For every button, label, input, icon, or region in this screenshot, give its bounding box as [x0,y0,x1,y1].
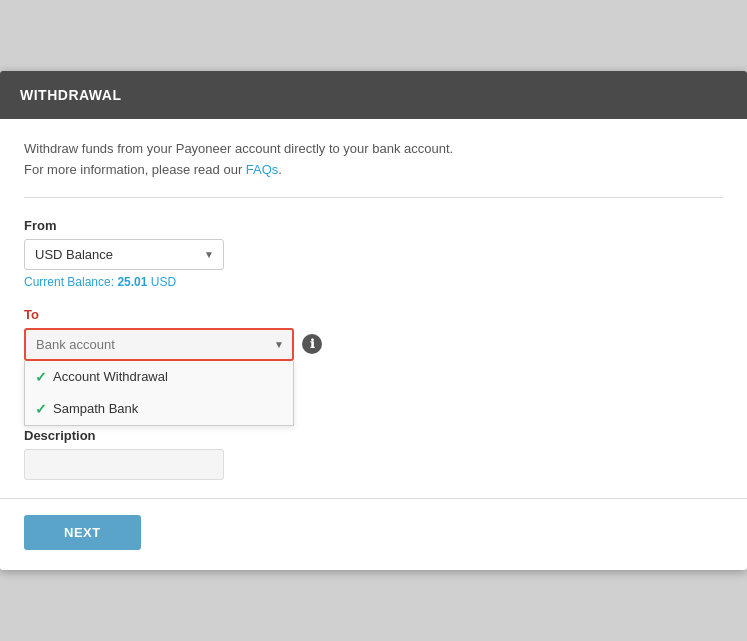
modal-title: WITHDRAWAL [20,87,121,103]
description-group: Description [24,428,723,480]
info-icon[interactable]: ℹ [302,334,322,354]
checkmark-2: ✓ [35,401,47,417]
bank-account-input[interactable] [24,328,294,361]
balance-display: Current Balance: 25.01 USD [24,275,723,289]
info-text: Withdraw funds from your Payoneer accoun… [24,139,723,181]
to-group: To ▼ ✓ Account Withdrawal ✓ Sampath Bank [24,307,723,361]
modal-header: WITHDRAWAL [0,71,747,119]
from-select-wrapper: USD Balance ▼ [24,239,224,270]
modal-footer: NEXT [0,498,747,570]
from-group: From USD Balance ▼ Current Balance: 25.0… [24,218,723,289]
description-input[interactable] [24,449,224,480]
modal-body: Withdraw funds from your Payoneer accoun… [0,119,747,480]
withdrawal-modal: WITHDRAWAL Withdraw funds from your Payo… [0,71,747,570]
balance-currency: USD [147,275,176,289]
dropdown-item-2[interactable]: ✓ Sampath Bank [25,393,293,425]
bank-account-wrapper: ▼ ✓ Account Withdrawal ✓ Sampath Bank [24,328,294,361]
faq-period: . [278,162,282,177]
description-label: Description [24,428,723,443]
to-row: ▼ ✓ Account Withdrawal ✓ Sampath Bank ℹ [24,328,723,361]
from-select[interactable]: USD Balance [24,239,224,270]
balance-amount: 25.01 [117,275,147,289]
checkmark-1: ✓ [35,369,47,385]
from-label: From [24,218,723,233]
balance-prefix: Current Balance: [24,275,117,289]
info-line2: For more information, please read our [24,162,246,177]
faq-link[interactable]: FAQs [246,162,279,177]
top-divider [24,197,723,198]
info-line1: Withdraw funds from your Payoneer accoun… [24,141,453,156]
bank-account-dropdown: ✓ Account Withdrawal ✓ Sampath Bank [24,361,294,426]
dropdown-item-1-label: Account Withdrawal [53,369,168,384]
dropdown-item-1[interactable]: ✓ Account Withdrawal [25,361,293,393]
to-label: To [24,307,723,322]
dropdown-item-2-label: Sampath Bank [53,401,138,416]
next-button[interactable]: NEXT [24,515,141,550]
